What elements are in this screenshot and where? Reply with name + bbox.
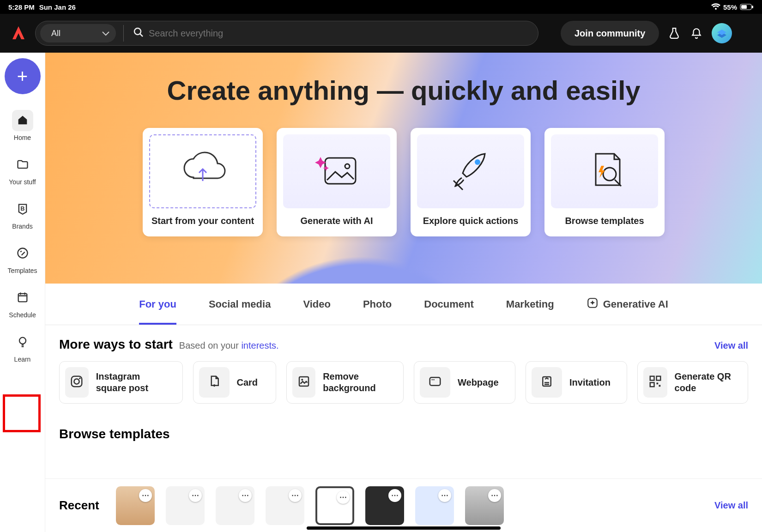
sidebar-item-label: Templates: [8, 267, 37, 274]
more-icon[interactable]: ⋯: [289, 489, 302, 502]
remove-bg-icon: [297, 375, 311, 390]
recent-thumb[interactable]: ⋯: [116, 486, 155, 525]
chip-remove-background[interactable]: Remove background: [286, 361, 404, 404]
sparkle-image-icon: [311, 150, 362, 193]
sparkle-icon: [587, 297, 599, 312]
sidebar-item-label: Schedule: [9, 311, 36, 319]
tab-document[interactable]: Document: [424, 284, 474, 325]
hero-card-quick-actions[interactable]: Explore quick actions: [411, 128, 531, 236]
svg-point-20: [433, 379, 435, 381]
svg-point-17: [301, 379, 303, 381]
sidebar-item-your-stuff[interactable]: Your stuff: [0, 154, 45, 186]
sidebar-item-home[interactable]: Home: [0, 110, 45, 141]
more-icon[interactable]: ⋯: [239, 489, 252, 502]
browse-templates-heading: Browse templates: [45, 408, 762, 441]
section-heading: More ways to start: [59, 337, 173, 352]
tab-video[interactable]: Video: [303, 284, 331, 325]
recent-strip: Recent ⋯ ⋯ ⋯ ⋯ ⋯ ⋯ ⋯ ⋯ View all: [45, 478, 762, 532]
svg-point-19: [432, 379, 433, 381]
status-date: Sun Jan 26: [39, 3, 76, 11]
chip-invitation[interactable]: Invitation: [526, 361, 627, 404]
tab-social-media[interactable]: Social media: [209, 284, 271, 325]
search-input[interactable]: [149, 28, 533, 39]
bell-icon[interactable]: [689, 26, 703, 40]
sidebar-item-templates[interactable]: Templates: [0, 243, 45, 274]
more-icon[interactable]: ⋯: [438, 489, 451, 502]
svg-rect-24: [650, 383, 654, 387]
calendar-icon: [16, 291, 29, 305]
recent-thumb[interactable]: ⋯: [465, 486, 504, 525]
recent-thumb[interactable]: ⋯: [315, 486, 354, 525]
search-bar: All: [35, 21, 538, 46]
svg-rect-2: [752, 6, 753, 8]
document-search-icon: [579, 147, 630, 195]
chip-webpage[interactable]: Webpage: [414, 361, 515, 404]
recent-thumb[interactable]: ⋯: [216, 486, 254, 525]
card-plus-icon: [207, 375, 221, 390]
chip-instagram-square-post[interactable]: Instagram square post: [59, 361, 183, 404]
browser-icon: [428, 375, 442, 390]
svg-rect-22: [650, 376, 654, 381]
hero-card-generate-ai[interactable]: Generate with AI: [277, 128, 397, 236]
qr-icon: [648, 375, 662, 390]
create-new-button[interactable]: +: [5, 58, 41, 94]
wifi-icon: [711, 3, 720, 11]
svg-point-10: [475, 159, 480, 165]
interests-link[interactable]: interests.: [241, 340, 278, 351]
recent-thumb[interactable]: ⋯: [166, 486, 205, 525]
chevron-down-icon: [102, 29, 109, 38]
sidebar-item-brands[interactable]: B Brands: [0, 199, 45, 230]
category-tabs: For you Social media Video Photo Documen…: [45, 284, 762, 325]
device-status-bar: 5:28 PM Sun Jan 26 55%: [0, 0, 762, 14]
search-filter-dropdown[interactable]: All: [40, 24, 116, 42]
more-icon[interactable]: ⋯: [139, 489, 152, 502]
sidebar-item-label: Home: [14, 134, 31, 141]
hero-title: Create anything — quickly and easily: [45, 75, 762, 106]
section-subtext: Based on your interests.: [179, 340, 279, 351]
svg-point-14: [74, 379, 79, 384]
chip-generate-qr[interactable]: Generate QR code: [637, 361, 748, 404]
recent-thumb[interactable]: ⋯: [415, 486, 454, 525]
view-all-link[interactable]: View all: [714, 340, 748, 351]
tab-marketing[interactable]: Marketing: [506, 284, 554, 325]
instagram-icon: [70, 375, 84, 390]
upload-cloud-icon: [177, 150, 228, 193]
filter-label: All: [51, 29, 60, 38]
svg-point-3: [134, 28, 141, 35]
folder-icon: [16, 158, 29, 172]
brands-icon: B: [16, 202, 29, 217]
left-sidebar: + Home Your stuff B Brands Templates: [0, 53, 45, 532]
hero-card-browse-templates[interactable]: Browse templates: [544, 128, 665, 236]
hero-card-start-from-content[interactable]: Start from your content: [143, 128, 263, 236]
hero-banner: Create anything — quickly and easily Sta…: [45, 53, 762, 284]
svg-rect-25: [656, 383, 658, 385]
recent-thumb[interactable]: ⋯: [365, 486, 404, 525]
more-icon[interactable]: ⋯: [388, 489, 401, 502]
chip-card[interactable]: Card: [193, 361, 276, 404]
sidebar-item-label: Learn: [14, 356, 31, 363]
adobe-express-logo-icon[interactable]: [10, 25, 27, 42]
recent-view-all-link[interactable]: View all: [714, 500, 748, 511]
svg-rect-26: [659, 385, 660, 387]
tab-generative-ai[interactable]: Generative AI: [587, 284, 668, 325]
recent-thumb[interactable]: ⋯: [266, 486, 304, 525]
more-icon[interactable]: ⋯: [189, 489, 202, 502]
search-icon: [133, 27, 144, 40]
tab-for-you[interactable]: For you: [139, 284, 176, 325]
recent-heading: Recent: [59, 498, 99, 513]
sidebar-item-schedule[interactable]: Schedule: [0, 287, 45, 319]
more-icon[interactable]: ⋯: [488, 489, 501, 502]
invitation-icon: [540, 375, 554, 390]
svg-rect-6: [18, 293, 27, 302]
beaker-icon[interactable]: [667, 26, 681, 40]
svg-rect-18: [430, 377, 441, 386]
user-avatar[interactable]: [712, 23, 732, 43]
more-icon[interactable]: ⋯: [337, 491, 350, 504]
join-community-button[interactable]: Join community: [561, 21, 659, 46]
templates-icon: [16, 247, 29, 261]
tab-photo[interactable]: Photo: [363, 284, 392, 325]
sidebar-item-learn[interactable]: Learn: [0, 332, 45, 363]
svg-point-7: [19, 337, 26, 344]
battery-icon: [740, 4, 754, 10]
sidebar-item-label: Your stuff: [9, 178, 36, 186]
